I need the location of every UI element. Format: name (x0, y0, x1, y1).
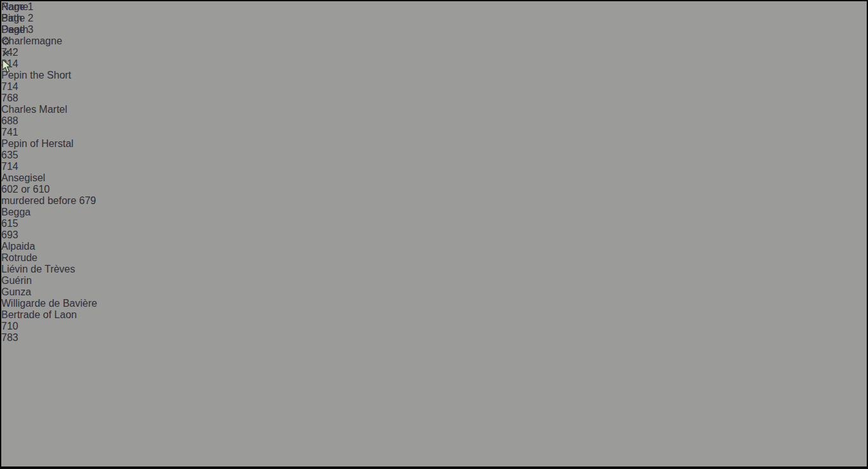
tree-name-cell: Charles Martel (1, 104, 867, 115)
tree-name-cell: Alpaida (1, 241, 867, 252)
birth-cell: 615 (1, 218, 867, 229)
application-window: Page 1Page 2Page 3 ⚙ ✕ NameBirthDeath Ch… (0, 0, 868, 469)
person-name: Alpaida (1, 241, 35, 252)
tree-name-cell: Rotrude (1, 252, 867, 264)
tree-row[interactable]: Begga615693 (1, 207, 867, 241)
person-name: Charles Martel (1, 104, 67, 115)
tree-scrollbar[interactable] (1, 344, 867, 469)
gear-icon: ⚙ (1, 36, 10, 47)
tree-row[interactable]: Willigarde de Bavière (1, 298, 867, 309)
death-cell: 741 (1, 127, 867, 138)
settings-button[interactable]: ⚙ (1, 35, 867, 48)
top-tab-page-3[interactable]: Page 3 (1, 24, 867, 35)
person-name: Ansegisel (1, 172, 45, 183)
tree-row[interactable]: Guérin (1, 275, 867, 286)
tree-row[interactable]: Ansegisel602 or 610murdered before 679 (1, 172, 867, 207)
tree-row[interactable]: Alpaida (1, 241, 867, 252)
tree-row[interactable]: Charles Martel688741 (1, 104, 867, 138)
tree-name-cell: Bertrade of Laon (1, 309, 867, 321)
close-icon: ✕ (1, 48, 10, 59)
top-tab-page-1[interactable]: Page 1 (1, 1, 867, 13)
person-name: Begga (1, 207, 30, 217)
top-page-switcher: Page 1Page 2Page 3 (1, 1, 867, 35)
tree-name-cell: Gunza (1, 286, 867, 298)
tree-row[interactable]: Rotrude (1, 252, 867, 264)
person-name: Guérin (1, 275, 32, 286)
top-tab-page-2[interactable]: Page 2 (1, 13, 867, 24)
tree-name-cell: Ansegisel (1, 172, 867, 184)
tree-name-cell: Liévin de Trèves (1, 264, 867, 275)
tree-name-cell: Willigarde de Bavière (1, 298, 867, 309)
death-cell: murdered before 679 (1, 195, 867, 207)
death-cell: 768 (1, 93, 867, 104)
tree-row[interactable]: Bertrade of Laon710783 (1, 309, 867, 344)
tree-table-body: Charlemagne742814Pepin the Short714768Ch… (1, 35, 867, 344)
birth-cell: 602 or 610 (1, 184, 867, 195)
tree-name-cell: Pepin of Herstal (1, 138, 867, 150)
birth-cell: 714 (1, 81, 867, 93)
close-button[interactable]: ✕ (1, 48, 867, 60)
person-name: Pepin of Herstal (1, 138, 74, 149)
birth-cell: 635 (1, 150, 867, 161)
mouse-cursor (1, 60, 14, 74)
birth-cell: 710 (1, 321, 867, 332)
tree-name-cell: Guérin (1, 275, 867, 286)
death-cell: 783 (1, 332, 867, 344)
person-name: Bertrade of Laon (1, 309, 77, 320)
person-name: Gunza (1, 286, 31, 297)
tree-row[interactable]: Gunza (1, 286, 867, 298)
tree-row[interactable]: Liévin de Trèves (1, 264, 867, 275)
person-name: Liévin de Trèves (1, 264, 75, 274)
death-cell: 693 (1, 229, 867, 241)
title-bar: Page 1Page 2Page 3 ⚙ ✕ (1, 1, 867, 27)
person-name: Rotrude (1, 252, 37, 263)
death-cell: 714 (1, 161, 867, 172)
tree-scrollbar-thumb[interactable] (1, 344, 867, 469)
person-name: Willigarde de Bavière (1, 298, 97, 309)
tree-name-cell: Begga (1, 207, 867, 218)
birth-cell: 688 (1, 115, 867, 127)
tree-row[interactable]: Pepin of Herstal635714 (1, 138, 867, 172)
